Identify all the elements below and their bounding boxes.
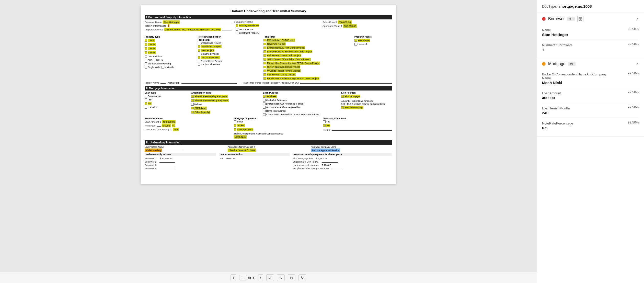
loan-term-field-value: 240 (542, 111, 570, 115)
underwriter-value: Abdiel Keeling (145, 149, 162, 152)
borrower-entity-section: Borrower #1 ∧ (537, 13, 644, 58)
mfg-checkbox (145, 62, 147, 65)
2units-checkbox (145, 43, 147, 46)
total-borrowers-marker: | (168, 24, 169, 27)
prev-page-button[interactable]: ‹ (231, 274, 236, 281)
multiwide-text: Multiwide (165, 66, 174, 69)
note-rate-field-confidence: 99.50% (628, 120, 639, 124)
loan-amount-field-value: 400000 (542, 96, 561, 100)
document-viewer: Uniform Underwriting and Transmittal Sum… (0, 0, 537, 283)
rotate-button[interactable]: ↻ (298, 274, 306, 281)
note-rate-field-row: NoteRatePercentage 6.5 99.50% (542, 118, 639, 133)
fha-text: FHA (148, 98, 152, 101)
next-page-button[interactable]: › (258, 274, 263, 281)
loan-term-field-confidence: 99.50% (628, 105, 639, 109)
occupancy-label: Occupancy Status (234, 20, 253, 23)
of-label: of (248, 276, 251, 280)
condo-manager-label: Fannie Mae Condo Project Manager™ Projec… (243, 82, 299, 84)
appraiser-value: Claudia Denesik / 10289 (228, 149, 256, 152)
occupancy-row: Occupancy Status (234, 20, 320, 23)
borrower-table-icon[interactable] (577, 16, 583, 22)
broker-field-confidence: 99.50% (628, 71, 639, 75)
zoom-in-icon: ⊕ (269, 276, 272, 280)
loan-term-value: 240 (173, 128, 179, 131)
svg-rect-3 (581, 19, 582, 20)
temporary-buydown-header: Temporary Buydown (323, 117, 392, 120)
section-iii-header: III. Underwriting Information (145, 140, 392, 145)
put-checkbox (145, 59, 147, 61)
note-rate-field-group: NoteRatePercentage 6.5 (542, 120, 573, 131)
second-home-text: Second Home (239, 28, 253, 31)
mortgage-entity-left: Mortgage #1 (542, 62, 576, 66)
fit-page-button[interactable]: ⊡ (288, 274, 295, 281)
property-rights-label: Property Rights (354, 36, 392, 38)
document-page: Uniform Underwriting and Transmittal Sum… (141, 5, 396, 184)
singlewide-text: Single Wide (148, 66, 160, 69)
current-page[interactable]: 1 (239, 275, 247, 280)
loan-amount-field-label: LoanAmount (542, 91, 561, 95)
leasehold-text: Leasehold (358, 43, 368, 46)
loan-purpose-header: Loan Purpose (263, 92, 339, 94)
mortgage-fields: BrokerOrCorrespondentNameAndCompanyName … (537, 69, 644, 136)
mortgage-badge: #1 (568, 62, 576, 66)
borrower-entity-name: Borrower (548, 17, 565, 21)
stable-income-header: Stable Monthly Income (145, 153, 216, 156)
zoom-in-button[interactable]: ⊕ (266, 274, 274, 281)
conventional-text: Conventional (148, 95, 161, 97)
fee-simple-text: Fee Simple (358, 39, 370, 42)
primary-residence-checkbox (236, 24, 238, 27)
sales-price-value: 800,000.00 (338, 20, 352, 24)
appraiser-label: Appraiser's Name/License # (228, 146, 309, 148)
loan-term-field-group: LoanTermInMonths 240 (542, 105, 570, 116)
property-address-label: Property Address (145, 28, 163, 31)
loan-amount-field-group: LoanAmount 400000 (542, 90, 561, 101)
note-info-header: Note Information (145, 117, 231, 120)
zoom-out-button[interactable]: ⊖ (277, 274, 285, 281)
va-text: VA (148, 102, 152, 105)
num-borrowers-field-confidence: 99.50% (628, 42, 639, 46)
data-panel-content: Borrower #1 ∧ (537, 13, 644, 283)
appraised-value-label: Appraised Value $ (323, 25, 342, 27)
4units-text: 4 Units (148, 51, 156, 54)
section-i-header: I. Borrower and Property Information (145, 15, 392, 19)
lien-position-header: Lien Position (341, 92, 392, 94)
coop-text: Co-op (157, 59, 164, 61)
appraisal-company-label: Appraisal Company Name (311, 146, 392, 148)
mortgage-entity-header[interactable]: Mortgage #1 ∧ (537, 58, 644, 69)
4units-item: 4 Units (145, 51, 194, 54)
broker-field-row: BrokerOrCorrespondentNameAndCompanyName … (542, 69, 639, 88)
borrower-name-row: Borrower Name Stan Hettinger (145, 20, 232, 24)
freddie-mac-label: Freddie Mac (198, 39, 260, 41)
1unit-checkbox (145, 39, 147, 42)
first-mortgage-pi-value: $ 2,982.29 (316, 157, 327, 160)
1unit-item: 1 Unit (145, 39, 194, 42)
sales-price-row: Sales Price $ 800,000.00 (323, 20, 392, 24)
sub-financing-label: Amount of Subordinate Financing (341, 100, 392, 102)
mfg-text: Manufactured Housing (148, 62, 171, 65)
3units-checkbox (145, 47, 147, 50)
loan-amount-field-row: LoanAmount 400000 99.50% (542, 88, 639, 103)
loan-amount-value: 400,000.00 (162, 120, 176, 123)
heloc-note: $ (If HELOC, include balance and credit … (341, 103, 392, 105)
loan-amount-field-confidence: 99.50% (628, 90, 639, 94)
4units-checkbox (145, 51, 147, 54)
name-field-value: Stan Hettinger (542, 32, 568, 37)
total-borrowers-label: Total # of Borrowers (145, 24, 166, 27)
borrower1-value: $ 12,956.70 (159, 157, 172, 160)
fannie-mae-label: Fannie Mae (263, 36, 351, 38)
borrower-fields: Name Stan Hettinger 99.50% NumberOfBorro… (537, 25, 644, 58)
appraisal-company-value: Padove Appraisal Service (311, 149, 340, 152)
document-title: Uniform Underwriting and Transmittal Sum… (145, 9, 392, 13)
property-address-row: Property Address 225 Bustleton Pike, Fea… (145, 28, 232, 31)
document-toolbar: ‹ 1 of 1 › ⊕ ⊖ ⊡ ↻ (0, 272, 537, 283)
broker-name-label: Broker/Correspondent Name and Company Na… (234, 132, 320, 135)
property-address-value: 225 Bustleton Pike, Feasterville-Trevose… (164, 28, 221, 31)
mfg-item: Manufactured Housing (145, 62, 194, 65)
1unit-text: 1 Unit (148, 39, 155, 42)
note-rate-value: 6.5000 (162, 124, 171, 127)
coop-checkbox (154, 59, 157, 61)
mortgage-chevron-icon: ∧ (636, 61, 639, 66)
project-name-label: Project Name (145, 81, 159, 84)
mortgage-originator-header: Mortgage Originator (234, 117, 320, 120)
borrower-entity-header[interactable]: Borrower #1 ∧ (537, 13, 644, 25)
